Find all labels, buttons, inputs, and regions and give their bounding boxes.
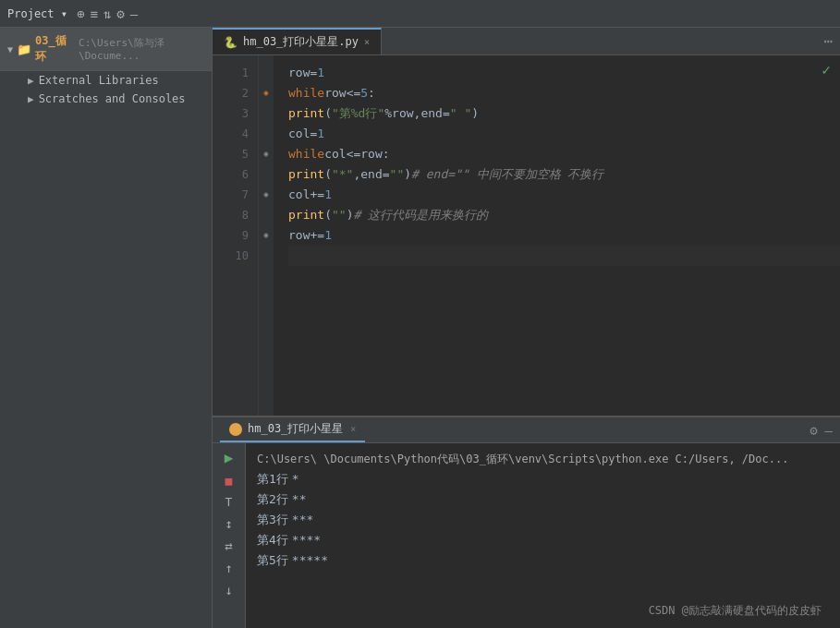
ext-lib-icon: ▶ (28, 75, 34, 87)
folder-arrow: ▼ (7, 44, 13, 54)
code-line-10 (288, 246, 840, 266)
code-line-4: col = 1 (288, 124, 840, 144)
scratches-label: Scratches and Consoles (39, 92, 186, 105)
watermark-text: CSDN @励志敲满硬盘代码的皮皮虾 (649, 603, 822, 619)
code-line-6: print("*", end="") # end="" 中间不要加空格 不换行 (288, 164, 840, 185)
output-stars-5: ***** (292, 550, 328, 571)
main-layout: ▼ 📁 03_循环 C:\Users\陈与泽\Docume... ▶ Exter… (0, 28, 840, 628)
rerun-button[interactable]: T (225, 495, 233, 509)
run-tab-bar: hm_03_打印小星星 × ⚙ — (213, 417, 840, 443)
editor-checkmark: ✓ (822, 61, 831, 78)
sort-icon[interactable]: ⇅ (103, 6, 111, 21)
add-icon[interactable]: ⊕ (77, 6, 84, 21)
line-num-8: 8 (242, 205, 249, 225)
breakpoint-gutter: ◉ ◉ ◉ ◉ (259, 55, 274, 416)
output-line-2: 第2行 ** (257, 489, 829, 510)
sidebar-item-scratches[interactable]: ▶ Scratches and Consoles (0, 90, 212, 108)
run-tab-close[interactable]: × (350, 424, 356, 434)
minimize-panel-icon[interactable]: — (825, 423, 833, 438)
scroll-up-button[interactable]: ↕ (225, 516, 232, 531)
top-bar: Project ▾ ⊕ ≡ ⇅ ⚙ — (0, 0, 840, 28)
ext-lib-label: External Libraries (39, 74, 159, 87)
code-line-2: while row <= 5: (288, 83, 840, 103)
editor-tab-active[interactable]: 🐍 hm_03_打印小星星.py × (213, 28, 382, 54)
top-bar-icons: ⊕ ≡ ⇅ ⚙ — (77, 6, 138, 21)
output-stars-2: ** (292, 489, 307, 510)
run-panel-wrapper: ▶ ■ T ↕ ⇄ ↑ ↓ C:\Users\ \Documents\Pytho… (213, 443, 840, 628)
run-play-button[interactable]: ▶ (225, 449, 234, 466)
line-num-6: 6 (242, 164, 249, 185)
run-output: C:\Users\ \Documents\Python代码\03_循环\venv… (246, 443, 840, 628)
tab-file-name: hm_03_打印小星星.py (243, 34, 359, 50)
line-num-1: 1 (242, 63, 249, 83)
settings-gear-icon[interactable]: ⚙ (810, 423, 817, 438)
run-stop-button[interactable]: ■ (225, 474, 233, 488)
code-line-1: row = 1 (288, 63, 840, 83)
tab-bar: 🐍 hm_03_打印小星星.py × ⋯ ✓ (213, 28, 840, 55)
line-num-9: 9 (242, 225, 249, 246)
tab-file-icon: 🐍 (224, 36, 237, 49)
cmd-path-line: C:\Users\ \Documents\Python代码\03_循环\venv… (257, 449, 829, 469)
output-label-4: 第4行 (257, 530, 288, 550)
bp-9[interactable]: ◉ (264, 225, 269, 246)
collapse-icon[interactable]: — (130, 6, 138, 21)
nav-down-button[interactable]: ↓ (225, 583, 232, 598)
code-line-8: print("") # 这行代码是用来换行的 (288, 205, 840, 225)
tab-close-button[interactable]: × (364, 37, 370, 47)
bottom-panel: hm_03_打印小星星 × ⚙ — ▶ ■ T ↕ ⇄ ↑ ↓ (213, 416, 840, 628)
run-tab[interactable]: hm_03_打印小星星 × (220, 417, 365, 442)
bp-2[interactable]: ◉ (264, 83, 269, 103)
bp-5[interactable]: ◉ (264, 144, 269, 164)
output-line-3: 第3行 *** (257, 510, 829, 530)
project-label: Project ▾ (7, 7, 67, 20)
output-label-3: 第3行 (257, 510, 288, 530)
output-stars-3: *** (292, 510, 313, 530)
code-line-9: row += 1 (288, 225, 840, 246)
output-label-1: 第1行 (257, 469, 288, 489)
output-label-5: 第5行 (257, 550, 288, 571)
bp-7[interactable]: ◉ (264, 185, 269, 205)
bottom-toolbar: ⚙ — (810, 423, 833, 438)
editor-wrapper: 🐍 hm_03_打印小星星.py × ⋯ ✓ 1 2 3 4 5 6 7 8 9… (213, 28, 840, 628)
wrap-button[interactable]: ⇄ (225, 538, 232, 553)
folder-icon: 📁 (17, 42, 31, 56)
code-content[interactable]: row = 1 while row <= 5: print("第%d行" % r… (274, 55, 840, 416)
code-line-7: col += 1 (288, 185, 840, 205)
code-line-5: while col <= row: (288, 144, 840, 164)
list-icon[interactable]: ≡ (90, 6, 97, 21)
line-num-4: 4 (242, 124, 249, 144)
line-num-7: 7 (242, 185, 249, 205)
project-dropdown[interactable]: Project ▾ (7, 7, 67, 20)
output-line-1: 第1行 * (257, 469, 829, 489)
settings-icon[interactable]: ⚙ (116, 6, 124, 21)
run-tab-icon (229, 423, 242, 436)
output-label-2: 第2行 (257, 489, 288, 510)
code-line-3: print("第%d行" % row, end=" ") (288, 103, 840, 124)
code-editor: 1 2 3 4 5 6 7 8 9 10 ◉ ◉ ◉ ◉ (213, 55, 840, 416)
run-sidebar: ▶ ■ T ↕ ⇄ ↑ ↓ (213, 443, 246, 628)
tab-more-button[interactable]: ⋯ (816, 32, 840, 50)
output-line-4: 第4行 **** (257, 530, 829, 550)
project-header[interactable]: ▼ 📁 03_循环 C:\Users\陈与泽\Docume... (0, 28, 212, 71)
output-stars-1: * (292, 469, 299, 489)
output-line-5: 第5行 ***** (257, 550, 829, 571)
line-num-10: 10 (236, 246, 249, 266)
run-tab-label: hm_03_打印小星星 (248, 421, 343, 437)
project-name: 03_循环 (35, 33, 71, 65)
line-num-3: 3 (242, 103, 249, 124)
line-num-2: 2 (242, 83, 249, 103)
sidebar: ▼ 📁 03_循环 C:\Users\陈与泽\Docume... ▶ Exter… (0, 28, 213, 628)
nav-up-button[interactable]: ↑ (225, 561, 232, 575)
project-path: C:\Users\陈与泽\Docume... (79, 36, 204, 62)
output-stars-4: **** (292, 530, 321, 550)
scratches-icon: ▶ (28, 93, 34, 105)
sidebar-item-external-libraries[interactable]: ▶ External Libraries (0, 71, 212, 90)
line-numbers: 1 2 3 4 5 6 7 8 9 10 (213, 55, 259, 416)
line-num-5: 5 (242, 144, 249, 164)
